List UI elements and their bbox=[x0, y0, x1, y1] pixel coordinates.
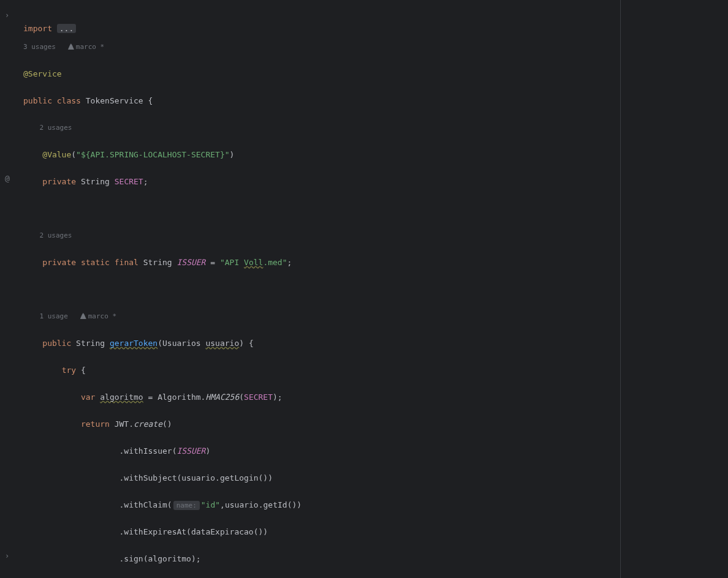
usages-hint[interactable]: 3 usages bbox=[23, 43, 56, 51]
modifier: private bbox=[42, 258, 76, 267]
method-call: .getLogin() bbox=[215, 473, 268, 482]
author-hint[interactable]: marco * bbox=[76, 43, 104, 51]
paren: ) bbox=[263, 527, 268, 536]
string-typo: Voll bbox=[244, 258, 263, 267]
string: "${API.SPRING-LOCALHOST-SECRET}" bbox=[76, 150, 229, 159]
usages-hint[interactable]: 2 usages bbox=[40, 124, 72, 132]
fold-icon[interactable]: › bbox=[5, 549, 9, 563]
semicolon: ; bbox=[287, 258, 292, 267]
semicolon: ; bbox=[278, 392, 282, 402]
annotation: @Value bbox=[42, 150, 71, 159]
field-ref: SECRET bbox=[244, 392, 273, 402]
eq: = bbox=[205, 258, 219, 267]
usages-hint[interactable]: 2 usages bbox=[40, 231, 72, 239]
chain-call: .sign(algoritmo bbox=[119, 554, 191, 563]
paren: ( bbox=[239, 392, 244, 402]
paren: ) bbox=[230, 150, 235, 159]
string: .med" bbox=[263, 258, 287, 267]
var-name: algoritmo bbox=[100, 392, 143, 402]
gutter[interactable]: › @ › bbox=[0, 0, 22, 578]
right-margin bbox=[621, 0, 728, 578]
paren: ) bbox=[268, 473, 273, 482]
brace: { bbox=[249, 339, 254, 348]
fold-icon[interactable]: › bbox=[5, 9, 9, 22]
modifier: private bbox=[42, 177, 76, 186]
brace: { bbox=[148, 96, 153, 105]
param-name: usuario bbox=[205, 339, 239, 348]
modifier: static final bbox=[81, 258, 138, 267]
string: "id" bbox=[201, 500, 220, 509]
param-hint: name: bbox=[173, 501, 200, 510]
fold-ellipsis[interactable]: ... bbox=[57, 24, 76, 33]
parens: () bbox=[162, 419, 172, 429]
field-name: ISSUER bbox=[176, 258, 205, 267]
field-name: SECRET bbox=[115, 177, 143, 186]
string: "API bbox=[220, 258, 244, 267]
chain-call: .withClaim( bbox=[119, 500, 172, 509]
paren: ) bbox=[297, 500, 301, 509]
type: String bbox=[81, 177, 110, 186]
semicolon: ; bbox=[143, 177, 148, 186]
static-method: create bbox=[134, 419, 162, 429]
keyword-var: var bbox=[81, 392, 95, 402]
modifiers: public class bbox=[23, 96, 81, 105]
type: String bbox=[143, 258, 172, 267]
method-name: gerarToken bbox=[110, 339, 157, 348]
keyword-return: return bbox=[81, 419, 110, 429]
var-ref: usuario bbox=[181, 473, 215, 482]
chain-call: .withSubject( bbox=[119, 473, 182, 482]
chain-call: .withExpiresAt(dataExpiracao() bbox=[119, 527, 264, 536]
param-type: Usuarios bbox=[162, 339, 201, 348]
override-icon[interactable]: @ bbox=[5, 172, 10, 186]
return-type: String bbox=[76, 339, 105, 348]
code-editor[interactable]: › @ › import ... 3 usages marco * @Servi… bbox=[0, 0, 728, 578]
text: JWT. bbox=[110, 419, 134, 429]
keyword-import: import bbox=[23, 24, 52, 33]
author-icon bbox=[80, 313, 86, 319]
paren: ) bbox=[273, 392, 278, 402]
code-area[interactable]: import ... 3 usages marco * @Service pub… bbox=[22, 0, 621, 578]
chain-call: .withIssuer( bbox=[119, 446, 177, 456]
brace: { bbox=[81, 366, 86, 375]
comma: , bbox=[220, 500, 225, 509]
class-name: TokenService bbox=[86, 96, 143, 105]
paren: ) bbox=[205, 446, 210, 456]
usages-hint[interactable]: 1 usage bbox=[40, 312, 68, 320]
paren: ( bbox=[157, 339, 162, 348]
var-ref: usuario bbox=[225, 500, 259, 509]
modifier: public bbox=[42, 339, 71, 348]
paren: ( bbox=[71, 150, 76, 159]
paren: ) bbox=[191, 554, 196, 563]
semicolon: ; bbox=[196, 554, 201, 563]
static-method: HMAC256 bbox=[205, 392, 239, 402]
paren: ) bbox=[239, 339, 244, 348]
field-ref: ISSUER bbox=[176, 446, 205, 456]
author-icon bbox=[68, 43, 74, 50]
author-hint[interactable]: marco * bbox=[88, 312, 116, 320]
keyword-try: try bbox=[62, 366, 76, 375]
method-call: .getId() bbox=[259, 500, 297, 509]
annotation: @Service bbox=[23, 69, 62, 78]
text: = Algorithm. bbox=[143, 392, 206, 402]
